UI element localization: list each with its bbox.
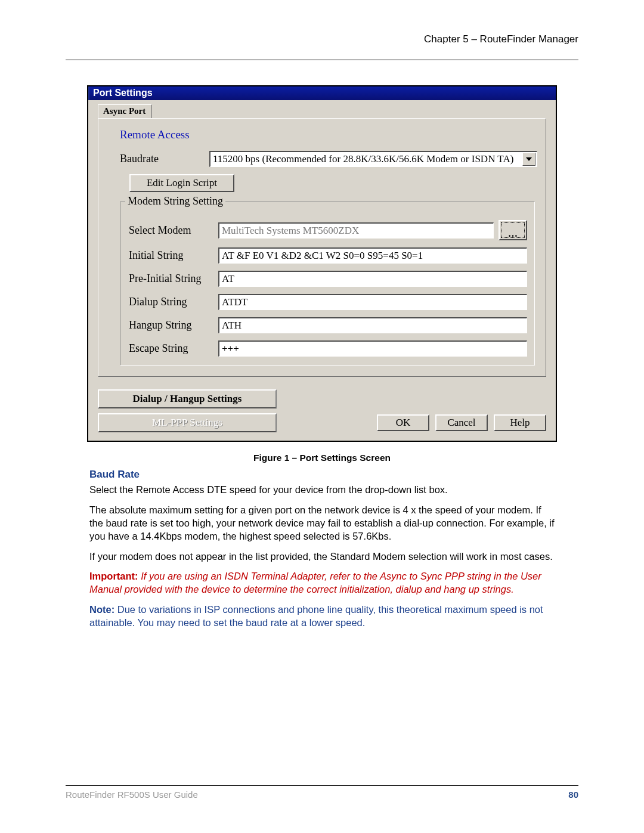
remote-access-heading: Remote Access xyxy=(120,128,537,141)
help-button[interactable]: Help xyxy=(494,414,546,431)
ml-ppp-label: ML-PPP Settings xyxy=(152,417,222,429)
baudrate-select[interactable]: 115200 bps (Recommended for 28.8K/33.6K/… xyxy=(209,151,537,167)
hangup-string-label: Hangup String xyxy=(129,319,218,332)
hangup-string-input[interactable]: ATH xyxy=(218,317,527,333)
footer-guide: RouteFinder RF500S User Guide xyxy=(66,789,198,800)
escape-string-label: Escape String xyxy=(129,342,218,355)
browse-modem-button[interactable]: … xyxy=(499,220,527,240)
chevron-down-icon[interactable] xyxy=(522,153,535,166)
initial-string-input[interactable]: AT &F E0 V1 &D2 &C1 W2 S0=0 S95=45 S0=1 xyxy=(218,247,527,264)
doc-paragraph: The absolute maximum setting for a given… xyxy=(89,504,555,543)
dialup-string-label: Dialup String xyxy=(129,296,218,308)
initial-string-label: Initial String xyxy=(129,249,218,262)
pre-initial-string-input[interactable]: AT xyxy=(218,271,527,287)
baudrate-value: 115200 bps (Recommended for 28.8K/33.6K/… xyxy=(213,153,513,166)
select-modem-value: MultiTech Systems MT5600ZDX xyxy=(222,224,359,237)
dialup-hangup-settings-button[interactable]: Dialup / Hangup Settings xyxy=(98,389,277,408)
doc-paragraph: Select the Remote Access DTE speed for y… xyxy=(89,484,555,497)
note-text: Due to variations in ISP connections and… xyxy=(89,604,543,628)
select-modem-label: Select Modem xyxy=(129,224,218,237)
tab-async-port[interactable]: Async Port xyxy=(98,104,152,119)
page-header: Chapter 5 – RouteFinder Manager xyxy=(66,33,578,51)
pre-initial-string-label: Pre-Initial String xyxy=(129,272,218,285)
important-note: Important: If you are using an ISDN Term… xyxy=(89,570,555,596)
figure-caption: Figure 1 – Port Settings Screen xyxy=(66,453,578,463)
baud-rate-heading: Baud Rate xyxy=(89,468,555,481)
doc-paragraph: If your modem does not appear in the lis… xyxy=(89,550,555,563)
port-settings-dialog: Port Settings Async Port Remote Access B… xyxy=(87,85,557,442)
ml-ppp-settings-button: ML-PPP Settings xyxy=(98,413,277,432)
modem-string-group: Modem String Setting Select Modem MultiT… xyxy=(120,202,535,366)
escape-string-input[interactable]: +++ xyxy=(218,340,527,357)
footer-page-number: 80 xyxy=(568,789,578,800)
note-label: Note: xyxy=(89,604,114,615)
select-modem-field: MultiTech Systems MT5600ZDX xyxy=(218,222,494,239)
cancel-button[interactable]: Cancel xyxy=(435,414,488,431)
note-paragraph: Note: Due to variations in ISP connectio… xyxy=(89,603,555,630)
header-rule xyxy=(66,60,578,60)
ok-button[interactable]: OK xyxy=(377,414,429,431)
important-label: Important: xyxy=(89,571,138,581)
dialup-string-input[interactable]: ATDT xyxy=(218,294,527,310)
modem-string-legend: Modem String Setting xyxy=(125,195,225,208)
important-text: If you are using an ISDN Terminal Adapte… xyxy=(89,571,541,594)
dialog-titlebar: Port Settings xyxy=(88,86,556,100)
edit-login-script-button[interactable]: Edit Login Script xyxy=(129,174,234,192)
baudrate-label: Baudrate xyxy=(120,153,209,165)
